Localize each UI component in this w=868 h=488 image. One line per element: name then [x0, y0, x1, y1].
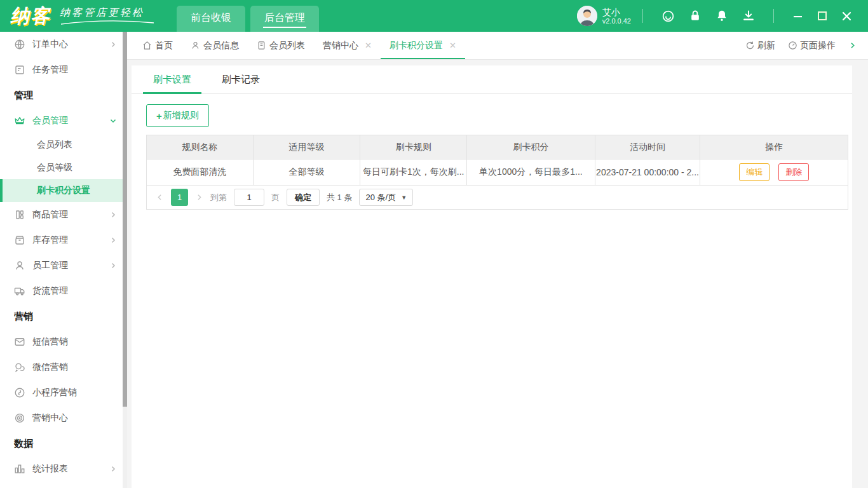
sidebar-item-statistics-reports[interactable]: 统计报表: [0, 456, 127, 482]
task-icon: [14, 64, 25, 76]
chevron-right-icon: [109, 465, 117, 473]
sidebar-item-label: 微信营销: [32, 362, 68, 373]
main-area: 首页 会员信息 会员列表 营销中心 ✕ 刷卡积分设置 ✕: [127, 32, 868, 488]
page-tab-label: 会员信息: [203, 40, 239, 51]
col-actions: 操作: [700, 135, 848, 159]
close-tab-icon[interactable]: ✕: [365, 41, 372, 50]
sidebar-item-wechat-marketing[interactable]: 微信营销: [0, 355, 127, 380]
titlebar-divider: [642, 9, 643, 23]
box-icon: [14, 234, 25, 246]
titlebar: 纳客 纳客管店更轻松 前台收银 后台管理 艾小 v2.0.0.42: [0, 0, 868, 32]
sidebar-item-label: 会员管理: [32, 115, 68, 126]
table-row: 免费面部清洗 全部等级 每日可刷卡1次，每次刷... 单次1000分，每日最多1…: [147, 159, 848, 185]
rules-table: 规则名称 适用等级 刷卡规则 刷卡积分 活动时间 操作 免费面部清洗 全部等级 …: [146, 135, 848, 210]
bell-icon[interactable]: [715, 10, 728, 22]
cell-actions: 编辑 删除: [700, 159, 848, 185]
sidebar-item-card-points-settings[interactable]: 刷卡积分设置: [0, 179, 127, 202]
chevron-right-icon: [109, 236, 117, 244]
sidebar-item-member-list[interactable]: 会员列表: [0, 133, 127, 156]
sidebar-item-label: 统计报表: [32, 463, 68, 475]
add-rule-label: 新增规则: [163, 110, 199, 121]
col-card-points: 刷卡积分: [467, 135, 595, 159]
wechat-icon: [14, 362, 25, 373]
next-page-icon[interactable]: [195, 193, 203, 201]
cell-rule-name: 免费面部清洗: [147, 159, 254, 185]
refresh-label: 刷新: [757, 40, 775, 51]
sidebar-section-data: 数据: [0, 431, 127, 456]
sidebar-item-staff-management[interactable]: 员工管理: [0, 253, 127, 278]
user-info: 艾小 v2.0.0.42: [602, 7, 631, 25]
sidebar-item-member-management[interactable]: 会员管理: [0, 108, 127, 133]
plus-icon: +: [156, 111, 162, 121]
cell-card-points: 单次1000分，每日最多1...: [467, 159, 595, 185]
sidebar-item-task-management[interactable]: 任务管理: [0, 57, 127, 83]
active-tab-underline: [263, 27, 306, 28]
sidebar-item-label: 货流管理: [32, 285, 68, 297]
mode-switch-tabs: 前台收银 后台管理: [177, 6, 319, 32]
chevron-right-icon: [109, 262, 117, 269]
maximize-icon[interactable]: [818, 11, 827, 20]
edit-button[interactable]: 编辑: [739, 163, 770, 181]
sidebar-item-label: 小程序营销: [32, 387, 77, 398]
home-icon: [142, 41, 152, 50]
tab-backend-admin[interactable]: 后台管理: [250, 6, 319, 32]
col-activity-time: 活动时间: [595, 135, 701, 159]
add-rule-button[interactable]: +新增规则: [146, 104, 209, 127]
sidebar-section-marketing: 营销: [0, 304, 127, 329]
sidebar-item-miniprogram-marketing[interactable]: 小程序营销: [0, 380, 127, 405]
close-tab-icon[interactable]: ✕: [449, 41, 456, 50]
slogan-swoosh-decoration: [60, 20, 155, 25]
page-tab-marketing-center[interactable]: 营销中心 ✕: [314, 32, 381, 59]
lock-icon[interactable]: [689, 10, 702, 22]
gauge-icon: [788, 41, 797, 50]
target-icon: [14, 412, 25, 424]
confirm-button[interactable]: 确定: [287, 189, 320, 206]
page-tab-home[interactable]: 首页: [133, 32, 182, 59]
total-count-label: 共 1 条: [327, 192, 352, 203]
refresh-button[interactable]: 刷新: [745, 40, 775, 51]
page-tabs-bar: 首页 会员信息 会员列表 营销中心 ✕ 刷卡积分设置 ✕: [127, 32, 868, 60]
user-avatar[interactable]: [577, 6, 597, 26]
sidebar-item-partial[interactable]: [0, 482, 127, 488]
sidebar-item-inventory-management[interactable]: 库存管理: [0, 227, 127, 253]
download-icon[interactable]: [742, 10, 755, 22]
app-logo: 纳客: [10, 3, 51, 29]
tab-front-cashier[interactable]: 前台收银: [177, 6, 245, 32]
close-icon[interactable]: [842, 11, 851, 21]
tab-card-settings[interactable]: 刷卡设置: [143, 65, 201, 93]
page-number-button[interactable]: 1: [171, 189, 188, 206]
chevron-right-icon: [109, 211, 117, 219]
chevron-right-icon[interactable]: [848, 41, 857, 50]
sidebar-item-member-level[interactable]: 会员等级: [0, 156, 127, 179]
sidebar-scrollbar[interactable]: [123, 32, 127, 488]
col-card-rule: 刷卡规则: [360, 135, 467, 159]
pagination: 1 到第 页 确定 共 1 条 20 条/页 ▼: [147, 185, 848, 209]
tab-card-records[interactable]: 刷卡记录: [212, 65, 270, 93]
support-headset-icon[interactable]: [661, 10, 675, 23]
sidebar-item-label: 员工管理: [32, 260, 68, 271]
titlebar-right: 艾小 v2.0.0.42: [577, 6, 859, 26]
sidebar-item-goods-management[interactable]: 商品管理: [0, 202, 127, 227]
sidebar-scrollbar-thumb[interactable]: [123, 32, 127, 407]
page-tab-member-info[interactable]: 会员信息: [182, 32, 248, 59]
sidebar-item-order-center[interactable]: 订单中心: [0, 32, 127, 57]
page-size-select[interactable]: 20 条/页 ▼: [359, 189, 413, 206]
delete-button[interactable]: 删除: [778, 163, 809, 181]
cell-activity-time: 2023-07-21 00:00:00 - 2...: [595, 159, 701, 185]
page-number-input[interactable]: [234, 189, 264, 206]
page-tab-label: 会员列表: [269, 40, 305, 51]
sidebar-section-management: 管理: [0, 83, 127, 108]
globe-icon: [14, 39, 25, 50]
user-icon: [191, 41, 200, 50]
prev-page-icon[interactable]: [156, 193, 164, 201]
app-window: 纳客 纳客管店更轻松 前台收银 后台管理 艾小 v2.0.0.42: [0, 0, 868, 488]
minimize-icon[interactable]: [793, 11, 803, 21]
page-tab-member-list[interactable]: 会员列表: [248, 32, 314, 59]
sidebar-item-marketing-center[interactable]: 营销中心: [0, 405, 127, 431]
sidebar-item-logistics-management[interactable]: 货流管理: [0, 278, 127, 304]
sidebar-item-label: 营销中心: [32, 412, 68, 424]
avatar-icon: [577, 6, 597, 26]
page-tab-card-points-settings[interactable]: 刷卡积分设置 ✕: [381, 32, 465, 59]
sidebar-item-sms-marketing[interactable]: 短信营销: [0, 329, 127, 355]
page-operations-button[interactable]: 页面操作: [788, 40, 836, 51]
